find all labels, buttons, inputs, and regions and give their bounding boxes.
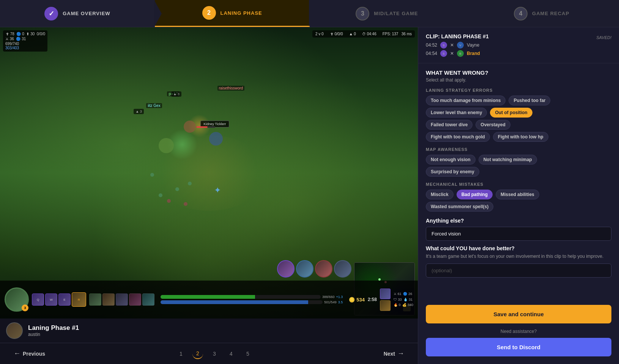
minion-6 <box>167 199 171 203</box>
save-and-continue-button[interactable]: Save and continue <box>426 305 611 323</box>
mechanical-tags-row-2: Wasted summoner spell(s) <box>426 202 611 212</box>
tag-not-enough-vision[interactable]: Not enough vision <box>426 155 476 165</box>
map-awareness-label: MAP AWARENESS <box>426 147 611 152</box>
improve-title: What could YOU have done better? <box>426 245 611 251</box>
score-tag-2: ▲ 3 <box>171 91 181 97</box>
video-frame[interactable]: ✦ pix17 raisethissword iitz Gex Kidney T… <box>0 27 418 318</box>
item-5 <box>142 293 154 306</box>
minion-2 <box>159 193 162 197</box>
improve-subtitle: It's a team game but let's focus on your… <box>426 253 611 260</box>
hp-value: 699/740 <box>5 42 45 46</box>
tag-too-much-damage[interactable]: Too much damage from minions <box>426 96 506 105</box>
portrait-3 <box>315 260 332 278</box>
select-all-subtitle: Select all that apply. <box>426 77 611 83</box>
champ-icon-vayne: V <box>457 42 464 49</box>
score-tag-1: ▲ 3 <box>134 109 143 114</box>
champion-level: 3 <box>22 304 28 311</box>
send-to-discord-button[interactable]: Send to Discord <box>426 338 611 356</box>
next-button[interactable]: Next → <box>379 347 409 361</box>
tag-misclick[interactable]: Misclick <box>426 190 454 199</box>
champion-blob-1 <box>159 138 174 153</box>
ability-q: Q <box>32 293 44 306</box>
step-label-1: GAME OVERVIEW <box>63 11 110 16</box>
tag-wasted-summoner[interactable]: Wasted summoner spell(s) <box>426 202 493 212</box>
item-bar <box>89 293 154 306</box>
clip-info-row-1: 04:52 S ✕ V Vayne <box>426 42 611 49</box>
item-1 <box>89 293 101 306</box>
laning-tags-row-1: Too much damage from minions Pushed too … <box>426 96 611 105</box>
tag-fight-too-low-hp[interactable]: Fight with too low hp <box>493 132 548 142</box>
laning-strategy-label: LANING STRATEGY ERRORS <box>426 88 611 93</box>
right-panel: CLIP: LANING PHASE #1 SAVED! 04:52 S ✕ V… <box>418 27 619 364</box>
clip-champ-brand: Brand <box>467 51 480 56</box>
page-5[interactable]: 5 <box>243 348 253 359</box>
arrow-right-icon: → <box>397 350 404 358</box>
ability-r: R <box>72 292 86 307</box>
tag-out-of-position[interactable]: Out of position <box>490 108 532 118</box>
hud-topright: 2 v 0 🗡 0/0/0 ▲ 0 ⏱ 04:46 FPS: 137 36 ms <box>312 30 415 38</box>
mana-bar <box>161 300 323 304</box>
tag-missed-abilities[interactable]: Missed abilities <box>496 190 539 199</box>
player-tag-2: raisethissword <box>217 86 245 91</box>
nav-step-game-recap[interactable]: 4 GAME RECAP <box>464 0 619 27</box>
clip-champ-vayne: Vayne <box>467 42 479 48</box>
portrait-1 <box>277 260 295 278</box>
form-section: WHAT WENT WRONG? Select all that apply. … <box>418 63 619 305</box>
improve-input[interactable] <box>426 264 611 278</box>
player-tag-3: iitz Gex <box>146 103 162 108</box>
tag-surprised-by-enemy[interactable]: Surprised by enemy <box>426 167 479 177</box>
laning-tags-row-4: Fight with too much gold Fight with too … <box>426 132 611 142</box>
anything-else-label: Anything else? <box>426 218 611 224</box>
step-label-4: GAME RECAP <box>532 11 569 16</box>
nav-step-laning-phase[interactable]: 2 LANING PHASE <box>155 0 310 27</box>
bottom-navigation: ← Previous 1 2 3 4 5 Next → <box>0 343 418 364</box>
item-3 <box>116 293 128 306</box>
step-label-3: MID/LATE GAME <box>374 11 418 16</box>
champ-icon-brand: B <box>457 50 464 57</box>
laning-tags-row-2: Lower level than enemy Out of position <box>426 108 611 118</box>
clip-title: CLIP: LANING PHASE #1 <box>426 33 489 39</box>
tag-failed-tower-dive[interactable]: Failed tower dive <box>426 120 473 130</box>
tag-overstayed[interactable]: Overstayed <box>476 120 510 130</box>
page-3[interactable]: 3 <box>209 348 220 359</box>
video-title-block: Laning Phase #1 austin <box>28 324 79 337</box>
tag-pushed-too-far[interactable]: Pushed too far <box>509 96 550 105</box>
game-screenshot: ✦ pix17 raisethissword iitz Gex Kidney T… <box>0 27 418 318</box>
tag-bad-pathing[interactable]: Bad pathing <box>457 190 493 199</box>
champion-blob-2 <box>209 132 223 146</box>
spell-2 <box>380 300 391 311</box>
nav-step-mid-late[interactable]: 3 MID/LATE GAME <box>310 0 465 27</box>
map-awareness-tags-row-1: Not enough vision Not watching minimap <box>426 155 611 165</box>
tag-not-watching-minimap[interactable]: Not watching minimap <box>479 155 537 165</box>
hp-bar-fill <box>196 126 208 128</box>
hp-bar <box>161 295 321 299</box>
nav-step-game-overview[interactable]: ✓ GAME OVERVIEW <box>0 0 155 27</box>
laning-tags-row-3: Failed tower dive Overstayed <box>426 120 611 130</box>
champion-avatar <box>6 322 23 339</box>
tag-lower-level[interactable]: Lower level than enemy <box>426 108 487 118</box>
tag-fight-too-much-gold[interactable]: Fight with too much gold <box>426 132 490 142</box>
page-2[interactable]: 2 <box>192 348 203 359</box>
page-1[interactable]: 1 <box>176 348 186 359</box>
item-4 <box>129 293 141 306</box>
page-4[interactable]: 4 <box>226 348 236 359</box>
hud-bottombar: 3 Q W E R <box>0 281 418 318</box>
team-portraits <box>277 260 351 278</box>
mechanical-mistakes-label: MECHANICAL MISTAKES <box>426 182 611 187</box>
clip-vs-1: ✕ <box>450 42 454 48</box>
spell-1 <box>380 289 391 299</box>
btn-bottom-section: Save and continue Need assistance? Send … <box>418 305 619 364</box>
step-circle-3: 3 <box>356 7 369 20</box>
need-assistance-text: Need assistance? <box>426 329 611 334</box>
gold-display: 🪙 534 <box>349 297 365 303</box>
hp-bar-bg <box>196 126 215 128</box>
champ-icon-samira-2: S <box>440 50 447 57</box>
clip-vs-2: ✕ <box>450 51 454 56</box>
ability-e: E <box>58 293 71 306</box>
champ-icon-samira-1: S <box>440 42 447 49</box>
previous-button[interactable]: ← Previous <box>9 347 50 361</box>
player-champion-icon: 3 <box>5 287 29 312</box>
clip-header: CLIP: LANING PHASE #1 SAVED! 04:52 S ✕ V… <box>418 27 619 63</box>
ability-bar: Q W E R <box>32 292 86 307</box>
anything-else-input[interactable] <box>426 227 611 241</box>
